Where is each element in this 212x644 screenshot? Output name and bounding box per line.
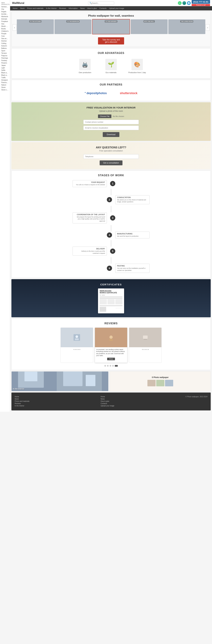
- slider-arrow-right[interactable]: ›: [206, 24, 209, 31]
- request-call-btn[interactable]: Request a call: [192, 4, 210, 6]
- slide-hall[interactable]: INTO THE HALL: [131, 20, 168, 34]
- thumb-1[interactable]: [156, 380, 164, 386]
- interior-card[interactable]: In the Interior: [12, 371, 108, 391]
- sidebar-item-12[interactable]: Cars: [0, 35, 10, 37]
- footer-link-upload[interactable]: Upload your image: [101, 405, 114, 407]
- phone-number[interactable]: (512) 777-41-81: [192, 0, 210, 4]
- download-button[interactable]: Download: [103, 132, 119, 137]
- cert-cell-4: [100, 301, 107, 302]
- footer-link-home2[interactable]: Home: [101, 396, 114, 398]
- sidebar-item-16[interactable]: Autumn: [0, 45, 10, 47]
- sidebar-item-7[interactable]: Sea: [0, 23, 10, 25]
- sidebar-item-27[interactable]: Black and white: [0, 72, 10, 74]
- footer-link-news[interactable]: News: [101, 398, 114, 400]
- stage-6-desc: You can carry out the installation yours…: [117, 267, 148, 271]
- sidebar-item-10[interactable]: Children's: [0, 30, 10, 32]
- sidebar-item-13[interactable]: Sea and ocean: [0, 37, 10, 40]
- sidebar-item-1[interactable]: City: [0, 8, 10, 10]
- dot-2[interactable]: [110, 365, 111, 367]
- svg-point-1: [76, 335, 78, 338]
- review-photo-btn[interactable]: Photo: [107, 358, 115, 360]
- sidebar-item-14[interactable]: Kitchen: [0, 40, 10, 42]
- thumb-2[interactable]: [165, 380, 173, 386]
- sidebar-item-22[interactable]: Fantasy: [0, 59, 10, 62]
- nav-howto[interactable]: How to glue: [86, 6, 98, 10]
- footer-link-howto[interactable]: How to glue: [101, 400, 114, 402]
- sidebar-item-17[interactable]: Ballons: [0, 47, 10, 50]
- certificate-doc: WERKZEUGNSWORKS CERTIFICATE Nr: eabst: [98, 288, 124, 313]
- slide-bedroom[interactable]: TO THE BEDROOM: [55, 20, 92, 34]
- nav-stock[interactable]: Stock: [19, 6, 26, 10]
- sidebar-item-11[interactable]: People: [0, 32, 10, 35]
- logo[interactable]: WallMural: [12, 2, 24, 4]
- sidebar-item-23[interactable]: Flowers: [0, 62, 10, 64]
- dot-0[interactable]: [104, 365, 106, 367]
- slider-arrow-left[interactable]: ‹: [13, 24, 17, 31]
- nav-home[interactable]: Home: [12, 6, 19, 10]
- sidebar-item-6[interactable]: Fireplace: [0, 20, 10, 23]
- depositphotos-logo[interactable]: ● depositphotos: [85, 91, 107, 95]
- sidebar-item-29[interactable]: Traffic: [0, 76, 10, 79]
- footer-link-interior[interactable]: In the Interior: [15, 405, 30, 407]
- nav-info[interactable]: Information: [67, 6, 79, 10]
- viber-icon[interactable]: [182, 1, 186, 5]
- contact-phone-input[interactable]: [83, 120, 139, 124]
- stage-3-desc: We prepare the layout for printing and s…: [74, 216, 105, 222]
- footer-link-contacts[interactable]: Contacts: [101, 402, 114, 404]
- sidebar-item-20[interactable]: Papyrus: [0, 54, 10, 57]
- footer-link-home[interactable]: Home: [15, 396, 30, 398]
- sidebar-item-19[interactable]: Terrace: [0, 52, 10, 54]
- sidebar-item-8[interactable]: World map: [0, 25, 10, 28]
- nav-prices[interactable]: Prices and materials: [26, 6, 45, 10]
- telephone-input[interactable]: [83, 154, 139, 159]
- choose-file-button[interactable]: Choose File: [98, 114, 112, 118]
- slide-nursery[interactable]: TO THE NURSERY: [92, 19, 130, 34]
- sidebar-item-25[interactable]: Light: [0, 66, 10, 69]
- survey-button[interactable]: Take the survey andget a discount: [98, 37, 124, 44]
- photo-wallpaper-card[interactable]: 0 Photo wallpaper: [110, 371, 211, 391]
- search-icon: 🔍: [90, 2, 92, 4]
- sidebar-item-0[interactable]: Semiocruslpt wallpaper: [0, 6, 10, 8]
- nav-interior[interactable]: In the Interior: [45, 6, 58, 10]
- nav-news[interactable]: News: [79, 6, 86, 10]
- nav-upload[interactable]: Upload your image: [108, 6, 125, 10]
- footer-link-prices[interactable]: Prices and materials: [15, 400, 30, 402]
- sidebar-item-4[interactable]: Abstracts: [0, 15, 10, 18]
- consultation-button[interactable]: Get a consultation: [100, 160, 123, 165]
- sidebar-item-18[interactable]: Sport: [0, 50, 10, 52]
- sidebar-item-32[interactable]: Nature: [0, 84, 10, 86]
- sidebar-item-9[interactable]: Books: [0, 28, 10, 30]
- thumb-0[interactable]: [147, 380, 156, 386]
- whatsapp-icon[interactable]: [178, 1, 181, 5]
- sidebar-item-24[interactable]: Japan: [0, 64, 10, 66]
- sidebar-item-34[interactable]: Stone color: [0, 88, 10, 91]
- footer-link-reviews[interactable]: Reviews: [15, 402, 30, 404]
- sidebar-item-30[interactable]: Designer: [0, 79, 10, 81]
- sidebar-item-26[interactable]: Selfie: [0, 69, 10, 72]
- footer-link-stock[interactable]: Stock: [15, 398, 30, 400]
- nav-reviews[interactable]: Reviews: [58, 6, 67, 10]
- sidebar-item-15[interactable]: Ceiling: [0, 42, 10, 45]
- stage-6-title: PASTING: [117, 265, 148, 267]
- sidebar-item-3[interactable]: Architecture: [0, 13, 10, 15]
- cert-footer-row: ___________: [100, 307, 122, 312]
- sidebar-item-31[interactable]: Panoramic: [0, 81, 10, 84]
- sidebar-item-2[interactable]: Angels: [0, 10, 10, 13]
- stages-section: STAGES OF WORK .stages-layout { display:…: [12, 170, 211, 278]
- dot-4[interactable]: [115, 365, 118, 367]
- dot-3[interactable]: [112, 365, 114, 367]
- nav-contacts[interactable]: Contacts: [98, 6, 108, 10]
- shutterstock-logo[interactable]: shutterstock: [120, 92, 137, 95]
- topbar: WallMural 🔍 (512) 777-41-81 Request a ca…: [10, 0, 212, 6]
- sidebar-item-5[interactable]: Animals: [0, 18, 10, 20]
- search-input[interactable]: [92, 2, 113, 4]
- slide-kitchen[interactable]: TO THE KITCHEN: [17, 20, 54, 34]
- telegram-icon[interactable]: [187, 1, 191, 5]
- sidebar-item-21[interactable]: Flamingo: [0, 57, 10, 59]
- sidebar-item-33[interactable]: Stone: [0, 86, 10, 88]
- email-input[interactable]: [83, 126, 139, 130]
- dot-1[interactable]: [107, 365, 109, 367]
- sidebar-item-28[interactable]: Black and red: [0, 74, 10, 76]
- slide-living[interactable]: THE LIVING ROOM: [168, 20, 205, 34]
- questions-subtitle: Free specialist consultation: [15, 150, 207, 152]
